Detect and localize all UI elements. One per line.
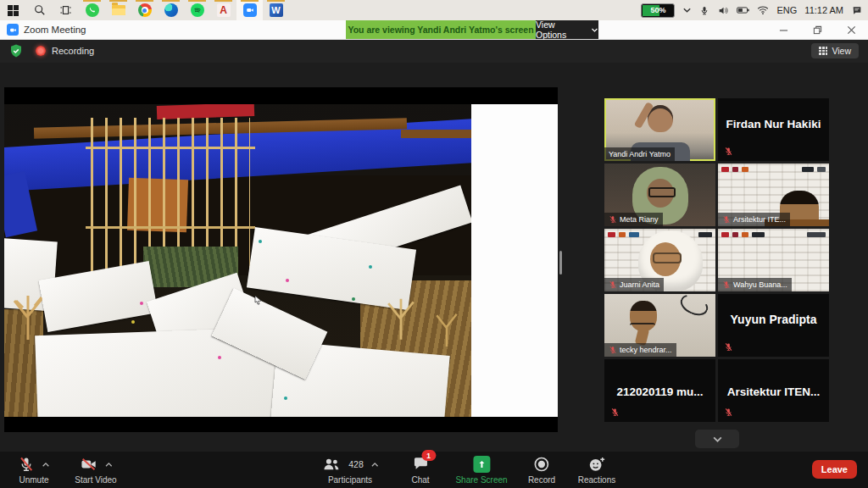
decor-logo <box>698 232 712 237</box>
start-video-button[interactable]: Start Video <box>75 455 116 485</box>
record-icon <box>533 456 550 473</box>
zoom-window-titlebar: Zoom Meeting You are viewing Yandi Andri… <box>0 20 868 40</box>
participants-button[interactable]: 428 Participants <box>321 455 379 485</box>
restore-button[interactable] <box>800 20 834 39</box>
share-screen-button[interactable]: Share Screen <box>455 455 507 485</box>
taskbar-app-explorer[interactable] <box>105 0 131 20</box>
decor-wood-beam <box>401 130 471 138</box>
record-button[interactable]: Record <box>528 455 555 485</box>
chat-button[interactable]: 1 Chat <box>411 455 429 485</box>
taskbar-app-chrome[interactable] <box>131 0 158 20</box>
decor-logo <box>619 232 626 237</box>
tray-volume-icon[interactable] <box>717 5 729 16</box>
video-muted-icon <box>79 456 97 473</box>
participant-name-label: Juarni Anita <box>604 278 664 291</box>
running-indicator <box>267 0 285 2</box>
running-indicator <box>83 0 101 2</box>
participant-name: Wahyu Buana... <box>733 280 787 290</box>
participant-tile-yuyun[interactable]: Yuyun Pradipta <box>718 294 829 357</box>
participant-name-label: tecky hendrar... <box>604 343 676 357</box>
chevron-up-icon[interactable] <box>42 462 50 468</box>
start-button[interactable] <box>0 0 26 20</box>
participant-tile-firdan[interactable]: Firdan Nur Hakiki <box>718 98 829 161</box>
decor-logo <box>732 167 738 172</box>
participant-tile-meta[interactable]: Meta Riany <box>604 164 715 226</box>
participant-tile-wahyu[interactable]: Wahyu Buana... <box>718 229 829 291</box>
leave-button[interactable]: Leave <box>812 460 857 479</box>
running-indicator <box>214 0 232 2</box>
running-indicator <box>162 0 180 2</box>
battery-widget[interactable]: 50% <box>641 3 675 18</box>
chat-unread-badge: 1 <box>421 450 436 461</box>
decor-logo <box>807 232 826 237</box>
participant-tile-juarni[interactable]: Juarni Anita <box>604 229 715 291</box>
participant-tile-212020119[interactable]: 212020119 mu... <box>604 359 715 422</box>
close-button[interactable] <box>834 20 868 39</box>
decor-pin <box>286 279 289 282</box>
decor-pin <box>259 240 262 243</box>
participant-tile-arsitektur-1[interactable]: Arsitektur ITE... <box>718 164 829 226</box>
tray-language[interactable]: ENG <box>776 5 797 15</box>
chevron-up-icon[interactable] <box>104 462 113 468</box>
minimize-button[interactable] <box>766 20 800 39</box>
shared-screen-photo <box>4 104 471 417</box>
decor-logo <box>629 232 639 237</box>
participant-name-label: Meta Riany <box>604 213 663 226</box>
search-button[interactable] <box>26 0 53 20</box>
muted-mic-icon <box>722 280 731 289</box>
participants-count: 428 <box>348 459 364 469</box>
participant-name: tecky hendrar... <box>620 345 672 355</box>
view-label: View <box>832 46 851 56</box>
screen: A W 50% ENG 11:12 AM Zoom Meeting You ar… <box>0 0 868 488</box>
view-button[interactable]: View <box>811 43 859 58</box>
chevron-down-icon <box>591 27 598 33</box>
decor-pin <box>218 356 221 359</box>
taskbar-app-a[interactable]: A <box>210 0 236 20</box>
security-shield-icon[interactable] <box>8 43 24 58</box>
reactions-label: Reactions <box>578 475 615 485</box>
participant-name-label: Yandi Andri Yatmo <box>604 147 675 161</box>
viewing-screen-banner: You are viewing Yandi Andri Yatmo's scre… <box>346 20 536 39</box>
participant-tile-tecky[interactable]: tecky hendrar... <box>604 294 715 357</box>
tray-mic-icon[interactable] <box>699 5 709 16</box>
tray-clock[interactable]: 11:12 AM <box>804 5 843 15</box>
tray-battery-icon[interactable] <box>737 5 749 15</box>
more-participants-button[interactable] <box>695 430 739 448</box>
window-title: Zoom Meeting <box>24 25 86 35</box>
taskbar-app-whatsapp[interactable] <box>79 0 105 20</box>
windows-taskbar: A W 50% ENG 11:12 AM <box>0 0 868 20</box>
recording-indicator[interactable]: Recording <box>36 46 94 56</box>
reactions-button[interactable]: Reactions <box>578 455 615 485</box>
decor-model-tree <box>6 289 50 340</box>
chevron-up-icon[interactable] <box>370 462 379 468</box>
whatsapp-icon <box>86 3 99 17</box>
muted-mic-icon <box>609 215 617 224</box>
taskbar-app-zoom[interactable] <box>236 0 263 20</box>
action-center-icon[interactable] <box>851 5 863 16</box>
search-icon <box>34 4 46 16</box>
task-view-button[interactable] <box>53 0 79 20</box>
decor-logo <box>721 167 729 172</box>
tray-expand-chevron[interactable] <box>682 7 692 14</box>
recording-label: Recording <box>52 46 94 56</box>
shared-area-scrollbar[interactable] <box>559 251 562 274</box>
decor-logo <box>742 167 748 172</box>
taskbar-app-spotify[interactable] <box>184 0 210 20</box>
participant-tile-arsitektur-2[interactable]: Arsitektur ITEN... <box>718 359 829 422</box>
participant-name: Yuyun Pradipta <box>720 313 827 326</box>
view-options-label: View Options <box>536 19 587 40</box>
unmute-button[interactable]: Unmute <box>18 455 50 485</box>
file-explorer-icon <box>112 5 125 15</box>
muted-mic-icon <box>610 408 620 417</box>
taskbar-app-edge[interactable] <box>158 0 184 20</box>
participant-tile-yandi[interactable]: Yandi Andri Yatmo <box>604 98 715 161</box>
decor-pin <box>140 302 143 305</box>
tray-wifi-icon[interactable] <box>757 5 769 15</box>
chevron-down-icon <box>712 435 723 443</box>
decor-glasses <box>648 187 676 197</box>
view-options-button[interactable]: View Options <box>536 20 598 39</box>
participant-name: Yandi Andri Yatmo <box>609 149 670 159</box>
taskbar-app-word[interactable]: W <box>263 0 289 20</box>
decor-sponsor-logos <box>721 166 826 173</box>
decor-logo <box>752 232 765 237</box>
